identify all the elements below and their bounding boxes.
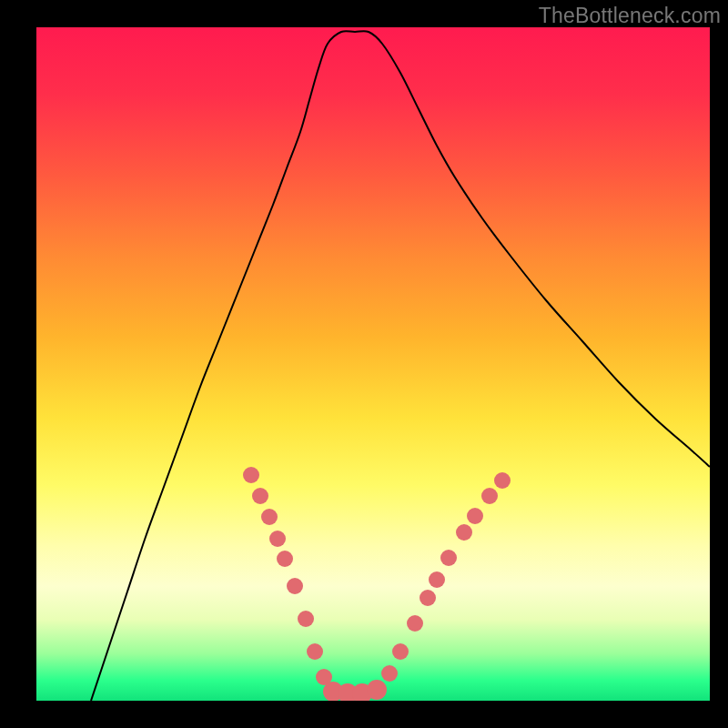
curve-marker: [252, 488, 268, 504]
curve-marker: [243, 467, 259, 483]
curve-marker: [429, 571, 445, 588]
curve-markers: [243, 467, 511, 701]
curve-marker: [467, 508, 483, 524]
curve-marker: [481, 488, 498, 504]
curve-marker: [456, 524, 472, 541]
curve-marker: [367, 680, 387, 700]
curve-marker: [494, 472, 511, 489]
curve-layer: [36, 27, 710, 701]
plot-area: [36, 27, 710, 701]
curve-marker: [269, 531, 286, 547]
curve-marker: [392, 643, 409, 660]
curve-marker: [298, 611, 314, 627]
curve-marker: [307, 643, 323, 660]
bottleneck-curve-path: [91, 31, 710, 701]
curve-marker: [407, 615, 423, 632]
curve-marker: [381, 665, 398, 682]
chart-frame: TheBottleneck.com: [0, 0, 728, 728]
curve-marker: [277, 551, 293, 567]
curve-marker: [261, 509, 278, 525]
curve-marker: [440, 550, 457, 566]
curve-marker: [420, 590, 436, 606]
curve-marker: [287, 578, 303, 594]
watermark-text: TheBottleneck.com: [539, 4, 721, 28]
bottleneck-curve: [91, 31, 710, 701]
